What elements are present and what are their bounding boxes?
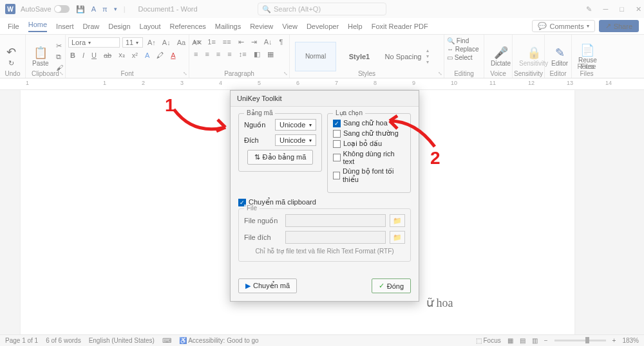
- checkbox-icon: [333, 130, 341, 138]
- unikey-dialog: UniKey Toolkit Bảng mã Nguồn Unicode▾ Đí…: [230, 90, 419, 302]
- chevron-down-icon: ▾: [309, 138, 312, 143]
- file-legend: File: [244, 205, 260, 212]
- file-dich-browse[interactable]: 📁: [390, 231, 405, 244]
- luachon-fieldset: Lựa chọn ✓Sang chữ hoa Sang chữ thường L…: [327, 113, 411, 193]
- daobangma-button[interactable]: ⇅Đảo bảng mã: [247, 150, 314, 165]
- file-dich-input[interactable]: [285, 231, 386, 244]
- folder-icon: 📁: [393, 233, 402, 242]
- nguon-combo[interactable]: Unicode▾: [275, 119, 316, 131]
- swap-icon: ⇅: [254, 153, 260, 161]
- nguon-label: Nguồn: [244, 121, 271, 129]
- luachon-legend: Lựa chọn: [333, 109, 365, 116]
- file-dich-label: File đích: [244, 233, 281, 241]
- opt-sang-chu-thuong[interactable]: Sang chữ thường: [333, 129, 405, 138]
- play-icon: ▶: [245, 282, 251, 290]
- opt-loai-bo-dau[interactable]: Loại bỏ dấu: [333, 140, 405, 148]
- chuyen-ma-clipboard[interactable]: ✓Chuyển mã clipboard: [238, 198, 411, 206]
- file-nguon-input[interactable]: [285, 214, 386, 227]
- check-icon: ✓: [379, 282, 384, 290]
- file-note: Chỉ hỗ trợ file text và file Rich Text F…: [244, 248, 405, 255]
- dialog-title: UniKey Toolkit: [231, 91, 419, 107]
- dong-button[interactable]: ✓Đóng: [372, 278, 411, 293]
- opt-bo-font-toi-thieu[interactable]: Dùng bộ font tối thiểu: [333, 167, 405, 184]
- opt-khong-rich-text[interactable]: Không dùng rich text: [333, 150, 405, 165]
- bangma-fieldset: Bảng mã Nguồn Unicode▾ Đích Unicode▾ ⇅Đả…: [238, 113, 322, 172]
- file-nguon-label: File nguồn: [244, 217, 281, 225]
- dich-label: Đích: [244, 136, 271, 144]
- file-fieldset: File File nguồn 📁 File đích 📁 Chỉ hỗ trợ…: [238, 208, 411, 262]
- checkbox-icon: ✓: [333, 120, 341, 127]
- file-nguon-browse[interactable]: 📁: [390, 214, 405, 227]
- chevron-down-icon: ▾: [309, 122, 312, 128]
- checkbox-icon: [333, 172, 340, 179]
- folder-icon: 📁: [393, 217, 402, 225]
- chuyenma-button[interactable]: ▶Chuyển mã: [238, 278, 297, 293]
- bangma-legend: Bảng mã: [244, 109, 275, 116]
- opt-sang-chu-hoa[interactable]: ✓Sang chữ hoa: [333, 119, 405, 127]
- dich-combo[interactable]: Unicode▾: [275, 134, 316, 146]
- checkbox-icon: [333, 140, 341, 148]
- checkbox-icon: [333, 154, 341, 161]
